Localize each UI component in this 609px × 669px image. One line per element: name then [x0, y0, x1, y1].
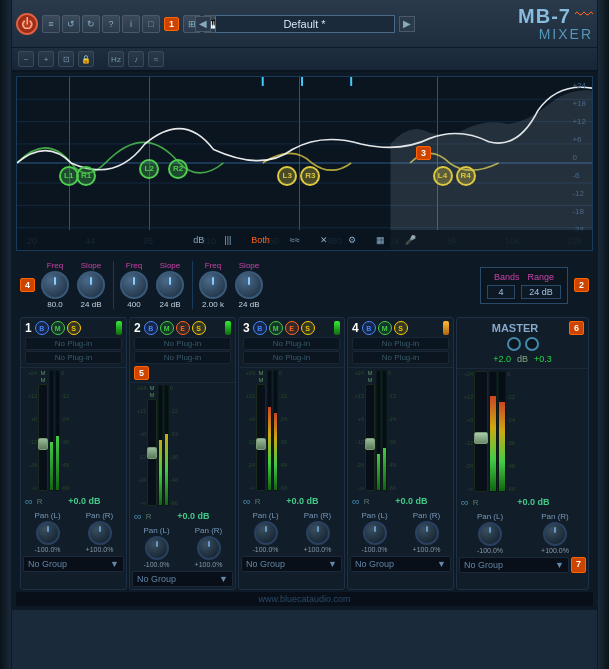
ch2-e-button[interactable]: E: [176, 321, 190, 335]
power-button[interactable]: ⏻: [16, 13, 38, 35]
ch3-m2-btn[interactable]: M: [259, 377, 264, 383]
ch2-fader-thumb[interactable]: [147, 447, 157, 459]
ch1-m1-btn[interactable]: M: [41, 370, 46, 376]
preset-next-button[interactable]: ▶: [399, 16, 415, 32]
band2-l-handle[interactable]: L2: [139, 159, 159, 179]
redo-icon[interactable]: ↻: [82, 15, 100, 33]
ch2-m-button[interactable]: M: [160, 321, 174, 335]
ctrl3-slope-knob[interactable]: [235, 271, 263, 299]
ch3-pan-r-knob[interactable]: [306, 521, 330, 545]
ch4-m-button[interactable]: M: [378, 321, 392, 335]
ch2-no-group-select[interactable]: No Group ▼: [132, 571, 233, 587]
ch3-b-button[interactable]: B: [253, 321, 267, 335]
band4-r-handle[interactable]: R4: [456, 166, 476, 186]
band1-r-handle[interactable]: R1: [76, 166, 96, 186]
band3-l-handle[interactable]: L3: [277, 166, 297, 186]
ch3-s-button[interactable]: S: [301, 321, 315, 335]
ch2-plugin1[interactable]: No Plug-in: [134, 337, 231, 350]
freq-icon[interactable]: Hz: [108, 51, 124, 67]
eq-both-btn[interactable]: Both: [247, 234, 274, 246]
ch3-no-group-select[interactable]: No Group ▼: [241, 556, 342, 572]
ch4-link-icon[interactable]: ∞: [352, 495, 360, 507]
eq-mic-btn[interactable]: 🎤: [401, 234, 420, 246]
ch2-m2-btn[interactable]: M: [150, 392, 155, 398]
ch1-b-button[interactable]: B: [35, 321, 49, 335]
ch4-plugin2[interactable]: No Plug-in: [352, 351, 449, 364]
band2-r-handle[interactable]: R2: [168, 159, 188, 179]
info-icon[interactable]: i: [122, 15, 140, 33]
zoom-out-icon[interactable]: −: [18, 51, 34, 67]
ch1-m-button[interactable]: M: [51, 321, 65, 335]
preset-prev-button[interactable]: ◀: [195, 16, 211, 32]
undo-icon[interactable]: ↺: [62, 15, 80, 33]
ch3-fader-track[interactable]: [256, 384, 266, 491]
ch3-plugin1[interactable]: No Plug-in: [243, 337, 340, 350]
eq-wave-btn[interactable]: ≈≈: [286, 234, 304, 246]
ctrl1-freq-knob[interactable]: [41, 271, 69, 299]
ch3-e-button[interactable]: E: [285, 321, 299, 335]
ch3-fader-thumb[interactable]: [256, 438, 266, 450]
eq-db-btn[interactable]: dB: [189, 234, 208, 246]
ch1-pan-l-knob[interactable]: [36, 521, 60, 545]
ch2-pan-l-knob[interactable]: [145, 536, 169, 560]
bands-value[interactable]: 4: [487, 285, 515, 299]
eq-gear-btn[interactable]: ⚙: [344, 234, 360, 246]
ch4-fader-track[interactable]: [365, 384, 375, 491]
eq-clear-btn[interactable]: ✕: [316, 234, 332, 246]
ch2-pan-r-knob[interactable]: [197, 536, 221, 560]
ch1-m2-btn[interactable]: M: [41, 377, 46, 383]
ch1-plugin2[interactable]: No Plug-in: [25, 351, 122, 364]
ch4-m2-btn[interactable]: M: [368, 377, 373, 383]
ctrl2-freq-knob[interactable]: [120, 271, 148, 299]
master-link-l-icon[interactable]: [507, 337, 521, 351]
band4-l-handle[interactable]: L4: [433, 166, 453, 186]
master-link-r-icon[interactable]: [525, 337, 539, 351]
ch4-b-button[interactable]: B: [362, 321, 376, 335]
ch2-b-button[interactable]: B: [144, 321, 158, 335]
ch2-fader-track[interactable]: [147, 399, 157, 506]
help-icon[interactable]: ?: [102, 15, 120, 33]
ch1-plugin1[interactable]: No Plug-in: [25, 337, 122, 350]
note-icon[interactable]: ♪: [128, 51, 144, 67]
zoom-fit-icon[interactable]: ⊡: [58, 51, 74, 67]
zoom-in-icon[interactable]: +: [38, 51, 54, 67]
ch4-pan-r-knob[interactable]: [415, 521, 439, 545]
ch2-plugin2[interactable]: No Plug-in: [134, 351, 231, 364]
ch2-s-button[interactable]: S: [192, 321, 206, 335]
ch3-plugin2[interactable]: No Plug-in: [243, 351, 340, 364]
ch1-pan-r-knob[interactable]: [88, 521, 112, 545]
ch3-m-button[interactable]: M: [269, 321, 283, 335]
tune-icon[interactable]: ≈: [148, 51, 164, 67]
ch1-s-button[interactable]: S: [67, 321, 81, 335]
band3-r-handle[interactable]: R3: [300, 166, 320, 186]
ch3-pan-l-knob[interactable]: [254, 521, 278, 545]
range-value[interactable]: 24 dB: [521, 285, 561, 299]
ctrl3-freq-knob[interactable]: [199, 271, 227, 299]
ch3-link-icon[interactable]: ∞: [243, 495, 251, 507]
window-icon[interactable]: □: [142, 15, 160, 33]
master-fader-track[interactable]: [474, 371, 488, 492]
ctrl1-slope-knob[interactable]: [77, 271, 105, 299]
ch1-no-group-select[interactable]: No Group ▼: [23, 556, 124, 572]
ch1-fader-track[interactable]: [38, 384, 48, 491]
master-pan-l-knob[interactable]: [478, 522, 502, 546]
eq-grid-btn[interactable]: ▦: [372, 234, 389, 246]
ch2-m1-btn[interactable]: M: [150, 385, 155, 391]
preset-name[interactable]: Default *: [215, 15, 395, 33]
master-pan-r-knob[interactable]: [543, 522, 567, 546]
ch3-m1-btn[interactable]: M: [259, 370, 264, 376]
ch4-pan-l-knob[interactable]: [363, 521, 387, 545]
master-no-group-select[interactable]: No Group ▼: [459, 557, 569, 573]
ch1-link-icon[interactable]: ∞: [25, 495, 33, 507]
ch4-fader-thumb[interactable]: [365, 438, 375, 450]
ch4-s-button[interactable]: S: [394, 321, 408, 335]
lock-icon[interactable]: 🔒: [78, 51, 94, 67]
ch4-no-group-select[interactable]: No Group ▼: [350, 556, 451, 572]
ctrl2-slope-knob[interactable]: [156, 271, 184, 299]
ch1-fader-thumb[interactable]: [38, 438, 48, 450]
menu-icon[interactable]: ≡: [42, 15, 60, 33]
master-fader-thumb[interactable]: [474, 432, 488, 444]
ch4-plugin1[interactable]: No Plug-in: [352, 337, 449, 350]
eq-spectrum-btn[interactable]: |||: [220, 234, 235, 246]
ch4-m1-btn[interactable]: M: [368, 370, 373, 376]
